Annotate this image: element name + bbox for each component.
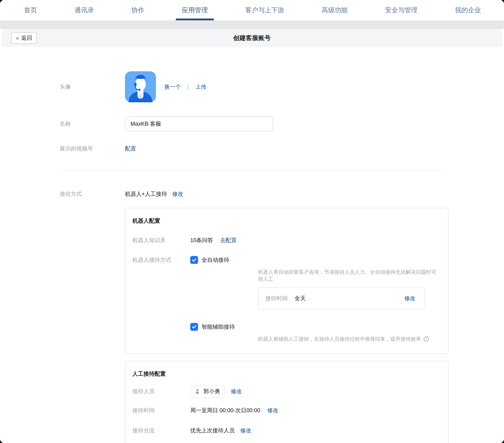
video-channel-row: 展示的视频号 配置: [2, 145, 502, 152]
smart-assist-label[interactable]: 智能辅助接待: [201, 323, 235, 331]
reception-time-label: 接待时间: [265, 295, 288, 302]
go-configure-link[interactable]: 去配置: [220, 237, 237, 244]
full-auto-description: 机器人将自动回复客户咨询，节省接待人员人力。全自动接待无法解决问题时可转人工: [258, 269, 439, 283]
main-form: 头像: [2, 47, 502, 443]
modify-reception-mode-link[interactable]: 修改: [172, 190, 183, 198]
reception-mode-row: 接待方式 机器人+人工接待 修改: [2, 190, 502, 198]
knowledge-base-label: 机器人知识库: [132, 237, 190, 244]
link-divider: |: [187, 84, 189, 90]
staff-name: 郭小勇: [203, 388, 220, 395]
avatar-row: 头像: [2, 71, 502, 102]
back-button[interactable]: « 返回: [11, 32, 37, 44]
check-icon: [191, 324, 197, 330]
avatar-label: 头像: [60, 83, 125, 91]
modify-routing-link[interactable]: 修改: [240, 427, 251, 434]
robot-method-row: 机器人接待方式 全自动接待: [132, 256, 439, 264]
knowledge-base-row: 机器人知识库 10条问答 去配置: [132, 237, 439, 244]
nav-item-contacts[interactable]: 通讯录: [69, 0, 100, 20]
modify-staff-link[interactable]: 修改: [231, 388, 242, 395]
video-channel-label: 展示的视频号: [60, 145, 125, 152]
name-label: 名称: [60, 120, 125, 128]
modify-manual-time-link[interactable]: 修改: [267, 407, 278, 414]
nav-item-home[interactable]: 首页: [18, 0, 43, 20]
content-panel: « 返回 创建客服账号 头像: [2, 29, 502, 443]
knowledge-base-value: 10条问答: [190, 237, 213, 244]
check-icon: [191, 257, 197, 263]
smart-assist-description-text: 机器人将辅助人工接待，在接待人员接待过程中推荐回复，提升接待效率: [258, 336, 421, 343]
robot-config-box: 机器人配置 机器人知识库 10条问答 去配置 机器人接待方式 全自动接待 机器人…: [125, 208, 449, 354]
staff-chip[interactable]: 郭小勇: [190, 385, 225, 397]
change-avatar-link[interactable]: 换一个: [164, 83, 181, 91]
reception-mode-value: 机器人+人工接待: [125, 190, 167, 198]
manual-time-value: 周一至周日 00:00-次日00:00: [190, 407, 260, 414]
avatar-actions: 换一个 | 上传: [164, 83, 206, 91]
manual-config-box: 人工接待配置 接待人员 郭小勇 修改 接待时间 周一至周日 00:00-次日00…: [125, 361, 449, 443]
app-window: 首页 通讯录 协作 应用管理 客户与上下游 高级功能 安全与管理 我的企业 « …: [0, 0, 504, 443]
section-divider: [60, 170, 445, 171]
routing-value: 优先上次接待人员: [190, 427, 235, 434]
nav-item-my-company[interactable]: 我的企业: [449, 0, 487, 20]
staff-label: 接待人员: [132, 388, 190, 395]
reception-mode-label: 接待方式: [60, 190, 125, 198]
checkbox-full-auto[interactable]: [190, 256, 198, 264]
routing-label: 接待分流: [132, 427, 190, 434]
nav-item-customers[interactable]: 客户与上下游: [239, 0, 290, 20]
nav-item-collaboration[interactable]: 协作: [126, 0, 150, 20]
robot-method-label: 机器人接待方式: [132, 256, 190, 264]
name-input[interactable]: [125, 116, 273, 131]
smart-assist-row: 智能辅助接待: [132, 323, 439, 331]
staff-row: 接待人员 郭小勇 修改: [132, 385, 439, 397]
back-button-label: 返回: [21, 34, 32, 42]
robot-config-title: 机器人配置: [132, 217, 439, 224]
modify-time-link[interactable]: 修改: [404, 295, 415, 302]
full-auto-label[interactable]: 全自动接待: [201, 256, 229, 264]
name-row: 名称: [2, 116, 502, 131]
person-icon: [194, 388, 200, 395]
routing-row: 接待分流 优先上次接待人员 修改: [132, 427, 439, 434]
reception-time-value: 全天: [295, 295, 306, 302]
info-icon[interactable]: [423, 336, 429, 342]
manual-config-title: 人工接待配置: [132, 370, 439, 377]
manual-time-label: 接待时间: [132, 407, 190, 414]
smart-assist-description: 机器人将辅助人工接待，在接待人员接待过程中推荐回复，提升接待效率: [258, 336, 439, 343]
reception-time-box: 接待时间 全天 修改: [258, 287, 425, 310]
customer-service-avatar: [125, 71, 156, 102]
nav-item-app-management[interactable]: 应用管理: [176, 0, 214, 20]
page-title: 创建客服账号: [233, 34, 271, 42]
back-chevron-icon: «: [16, 35, 19, 41]
configure-video-link[interactable]: 配置: [125, 145, 136, 152]
manual-time-row: 接待时间 周一至周日 00:00-次日00:00 修改: [132, 407, 439, 414]
nav-item-advanced[interactable]: 高级功能: [316, 0, 354, 20]
nav-separator-strip: [0, 20, 504, 29]
upload-avatar-link[interactable]: 上传: [195, 83, 206, 91]
page-header: « 返回 创建客服账号: [2, 29, 502, 47]
nav-item-security[interactable]: 安全与管理: [379, 0, 423, 20]
checkbox-smart-assist[interactable]: [190, 323, 198, 331]
top-nav: 首页 通讯录 协作 应用管理 客户与上下游 高级功能 安全与管理 我的企业: [0, 0, 504, 20]
